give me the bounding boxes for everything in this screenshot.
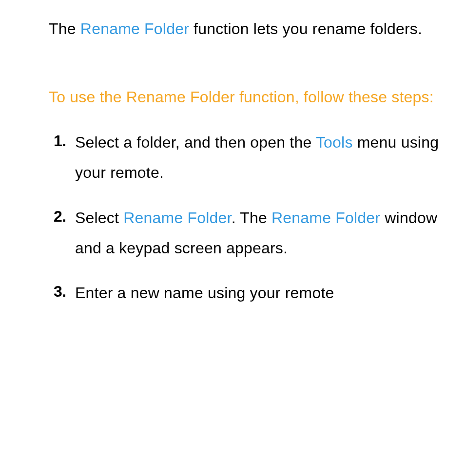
intro-text-2: function lets you rename folders.	[189, 20, 422, 38]
step-highlight: Rename Folder	[271, 209, 380, 227]
step-text: Select Rename Folder. The Rename Folder …	[75, 203, 441, 264]
step-text-part: Select a folder, and then open the	[75, 133, 316, 151]
step-item: 3. Enter a new name using your remote	[54, 278, 441, 308]
intro-highlight: Rename Folder	[80, 20, 189, 38]
step-text-part: Select	[75, 209, 123, 227]
intro-text-1: The	[49, 20, 80, 38]
intro-paragraph: The Rename Folder function lets you rena…	[49, 14, 441, 44]
step-number: 1.	[54, 127, 75, 155]
step-highlight: Rename Folder	[123, 209, 231, 227]
step-item: 2. Select Rename Folder. The Rename Fold…	[54, 203, 441, 264]
step-text-part: . The	[232, 209, 271, 227]
step-number: 2.	[54, 203, 75, 231]
section-heading: To use the Rename Folder function, follo…	[49, 82, 441, 112]
step-text-part: Enter a new name using your remote	[75, 284, 334, 302]
step-text: Select a folder, and then open the Tools…	[75, 127, 441, 188]
step-highlight: Tools	[316, 133, 353, 151]
step-text: Enter a new name using your remote	[75, 278, 441, 308]
step-number: 3.	[54, 278, 75, 306]
step-item: 1. Select a folder, and then open the To…	[54, 127, 441, 188]
steps-list: 1. Select a folder, and then open the To…	[49, 127, 441, 308]
